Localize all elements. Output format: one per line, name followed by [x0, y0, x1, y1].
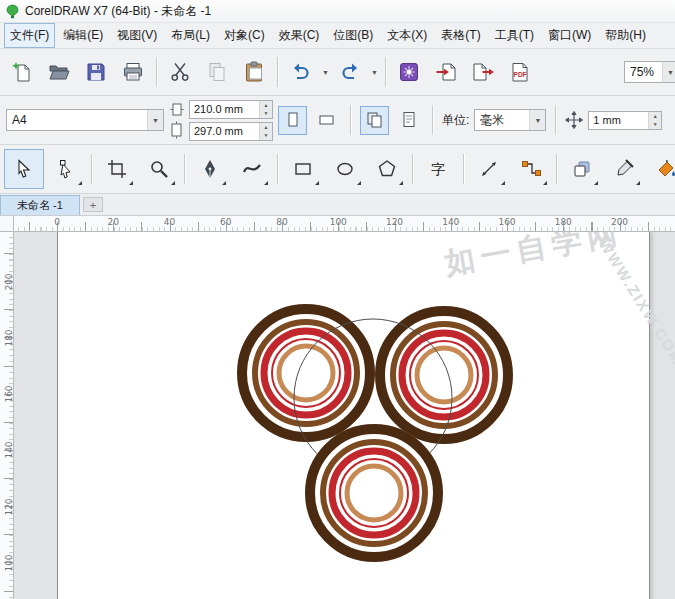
h-ruler-label: 20	[108, 217, 119, 227]
redo-button[interactable]	[332, 53, 368, 91]
freehand-tool[interactable]	[190, 149, 230, 189]
toolbox: 字	[0, 145, 675, 194]
export-button[interactable]	[465, 53, 501, 91]
artistic-media-icon	[242, 159, 262, 179]
connector-tool[interactable]	[511, 149, 551, 189]
zoom-level-combo[interactable]: 75% ▼	[624, 61, 675, 83]
color-eyedropper-tool[interactable]	[604, 149, 644, 189]
eyedropper-icon	[614, 159, 634, 179]
crop-icon	[107, 159, 127, 179]
interactive-fill-tool[interactable]	[646, 149, 675, 189]
h-ruler-label: 40	[164, 217, 175, 227]
page-height-input[interactable]: 297.0 mm ▲▼	[189, 122, 273, 141]
dimension-icon	[479, 159, 499, 179]
new-document-button[interactable]	[4, 53, 40, 91]
menu-item-5[interactable]: 对象(C)	[218, 23, 271, 48]
toolbar-separator	[463, 154, 464, 184]
zoom-tool[interactable]	[139, 149, 179, 189]
menu-item-11[interactable]: 窗口(W)	[542, 23, 597, 48]
ellipse-tool[interactable]	[325, 149, 365, 189]
menu-item-4[interactable]: 布局(L)	[165, 23, 216, 48]
page	[57, 232, 650, 599]
cut-button[interactable]	[162, 53, 198, 91]
export-icon	[472, 61, 494, 83]
v-ruler-label: 160	[4, 385, 14, 402]
undo-arrow-icon	[290, 61, 312, 83]
toolbar-separator	[277, 154, 278, 184]
ruler-origin-box[interactable]	[0, 216, 14, 232]
h-ruler-label: 120	[386, 217, 403, 227]
shape-tool[interactable]	[46, 149, 86, 189]
spinner-arrows-icon[interactable]: ▲▼	[648, 112, 661, 129]
landscape-orientation-button[interactable]	[312, 106, 341, 135]
menu-item-7[interactable]: 位图(B)	[327, 23, 379, 48]
menu-item-10[interactable]: 工具(T)	[489, 23, 540, 48]
toolbar-separator	[555, 105, 556, 135]
menu-item-1[interactable]: 文件(F)	[4, 23, 55, 48]
print-button[interactable]	[115, 53, 151, 91]
undo-button[interactable]	[283, 53, 319, 91]
portrait-orientation-button[interactable]	[278, 106, 307, 135]
horizontal-ruler[interactable]: 020406080100120140160180200	[14, 216, 675, 232]
welcome-screen-button[interactable]	[391, 53, 427, 91]
page-size-preset-combo[interactable]: A4 ▼	[6, 109, 164, 131]
text-tool-icon: 字	[428, 159, 448, 179]
drop-shadow-tool[interactable]	[562, 149, 602, 189]
import-icon	[435, 61, 457, 83]
dimension-tool[interactable]	[469, 149, 509, 189]
import-button[interactable]	[428, 53, 464, 91]
all-pages-size-button[interactable]	[360, 106, 389, 135]
current-page-size-button[interactable]	[394, 106, 423, 135]
units-combo[interactable]: 毫米 ▼	[474, 109, 546, 131]
document-tab-label: 未命名 -1	[17, 198, 63, 213]
menu-bar: 文件(F)编辑(E)视图(V)布局(L)对象(C)效果(C)位图(B)文本(X)…	[0, 23, 675, 49]
h-ruler-label: 100	[330, 217, 347, 227]
redo-dropdown-button[interactable]: ▼	[369, 53, 380, 91]
menu-item-3[interactable]: 视图(V)	[111, 23, 163, 48]
pick-tool[interactable]	[4, 149, 44, 189]
new-document-tab-button[interactable]: +	[83, 197, 103, 212]
undo-dropdown-button[interactable]: ▼	[320, 53, 331, 91]
canvas-area[interactable]: 如一自学网 WWW.ZIXW.COM	[14, 232, 675, 599]
v-ruler-label: 120	[4, 498, 14, 515]
property-bar: A4 ▼ 210.0 mm ▲▼ 297.0 mm ▲▼	[0, 96, 675, 145]
ruler-row: 020406080100120140160180200	[0, 216, 675, 232]
artistic-media-tool[interactable]	[232, 149, 272, 189]
shape-tool-icon	[56, 159, 76, 179]
h-ruler-label: 180	[555, 217, 572, 227]
page-width-value: 210.0 mm	[194, 103, 243, 115]
flyout-indicator	[594, 181, 598, 185]
flyout-indicator	[543, 181, 547, 185]
flyout-indicator	[171, 181, 175, 185]
vertical-ruler[interactable]: 200180160140120100	[0, 232, 14, 599]
save-button[interactable]	[78, 53, 114, 91]
menu-item-2[interactable]: 编辑(E)	[57, 23, 109, 48]
scissors-icon	[169, 61, 191, 83]
h-ruler-label: 160	[498, 217, 515, 227]
document-tab[interactable]: 未命名 -1	[0, 195, 80, 215]
nudge-offset-input[interactable]: 1 mm ▲▼	[588, 111, 662, 130]
units-label: 单位:	[442, 112, 469, 129]
menu-item-8[interactable]: 文本(X)	[381, 23, 433, 48]
spinner-arrows-icon[interactable]: ▲▼	[259, 123, 272, 140]
menu-item-12[interactable]: 帮助(H)	[599, 23, 652, 48]
page-width-input[interactable]: 210.0 mm ▲▼	[189, 100, 273, 119]
new-document-icon	[11, 61, 33, 83]
crop-tool[interactable]	[97, 149, 137, 189]
v-ruler-label: 200	[4, 273, 14, 290]
publish-pdf-button[interactable]: PDF	[502, 53, 538, 91]
title-bar[interactable]: CorelDRAW X7 (64-Bit) - 未命名 -1	[0, 0, 675, 23]
page-height-value: 297.0 mm	[194, 125, 243, 137]
open-button[interactable]	[41, 53, 77, 91]
toolbar-separator	[385, 57, 386, 87]
rectangle-tool[interactable]	[283, 149, 323, 189]
toolbar-separator	[91, 154, 92, 184]
toolbar-separator	[432, 105, 433, 135]
polygon-tool[interactable]	[367, 149, 407, 189]
menu-item-9[interactable]: 表格(T)	[435, 23, 486, 48]
menu-item-6[interactable]: 效果(C)	[273, 23, 326, 48]
spinner-arrows-icon[interactable]: ▲▼	[259, 101, 272, 118]
copy-button[interactable]	[199, 53, 235, 91]
paste-button[interactable]	[236, 53, 272, 91]
text-tool[interactable]: 字	[418, 149, 458, 189]
